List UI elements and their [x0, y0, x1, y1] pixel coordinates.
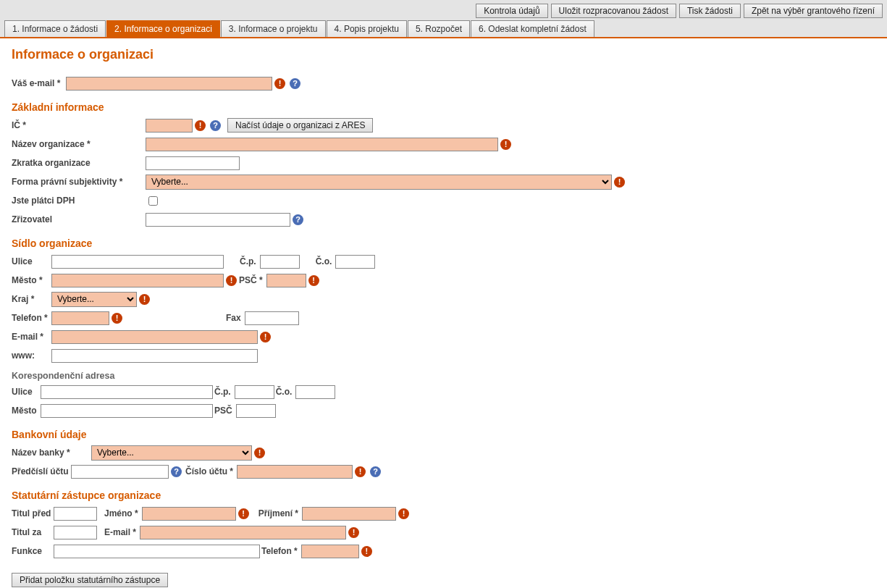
corr-heading: Korespondenční adresa — [12, 371, 875, 381]
error-icon: ! — [139, 294, 150, 305]
help-icon[interactable]: ? — [210, 120, 221, 131]
co-input[interactable] — [335, 255, 375, 269]
rep-phone-input[interactable] — [301, 545, 359, 558]
bankname-label: Název banky * — [12, 448, 91, 458]
tab-4[interactable]: 4. Popis projektu — [327, 20, 407, 37]
bankname-select[interactable]: Vyberte... — [91, 445, 252, 461]
legalform-select[interactable]: Vyberte... — [146, 175, 612, 190]
bank-heading: Bankovní údaje — [12, 429, 875, 440]
role-input[interactable] — [54, 545, 260, 558]
error-icon: ! — [308, 275, 319, 286]
email-label: Váš e-mail * — [12, 78, 66, 88]
cp-label: Č.p. — [240, 256, 256, 266]
prefix-input[interactable] — [71, 465, 169, 479]
street-label: Ulice — [12, 256, 51, 266]
seat-email-input[interactable] — [51, 330, 258, 344]
legalform-label: Forma právní subjektivity * — [12, 177, 146, 187]
corr-street-input[interactable] — [41, 385, 213, 399]
titleafter-label: Titul za — [12, 527, 54, 537]
firstname-input[interactable] — [142, 507, 236, 521]
region-label: Kraj * — [12, 294, 51, 304]
error-icon: ! — [348, 527, 359, 538]
error-icon: ! — [238, 508, 249, 519]
error-icon: ! — [195, 120, 206, 131]
tab-2[interactable]: 2. Informace o organizaci — [106, 20, 220, 37]
www-input[interactable] — [51, 349, 258, 363]
account-input[interactable] — [237, 465, 353, 479]
ic-label: IČ * — [12, 120, 146, 130]
corr-city-input[interactable] — [41, 404, 213, 418]
error-icon: ! — [226, 275, 237, 286]
error-icon: ! — [361, 546, 372, 557]
tab-6[interactable]: 6. Odeslat kompletní žádost — [471, 20, 594, 37]
tab-3[interactable]: 3. Informace o projektu — [221, 20, 326, 37]
error-icon: ! — [355, 466, 366, 477]
lastname-label: Příjmení * — [258, 508, 298, 518]
corr-city-label: Město — [12, 406, 41, 416]
phone-input[interactable] — [51, 311, 109, 325]
ic-input[interactable] — [146, 119, 193, 133]
help-icon[interactable]: ? — [171, 466, 182, 477]
orgabbrev-label: Zkratka organizace — [12, 158, 146, 168]
corr-psc-input[interactable] — [236, 404, 276, 418]
tab-1[interactable]: 1. Informace o žádosti — [4, 20, 106, 37]
save-draft-button[interactable]: Uložit rozpracovanou žádost — [551, 4, 676, 18]
error-icon: ! — [112, 313, 122, 324]
titlebefore-label: Titul před — [12, 508, 54, 518]
titleafter-input[interactable] — [54, 526, 97, 539]
www-label: www: — [12, 350, 51, 361]
print-button[interactable]: Tisk žádosti — [679, 4, 741, 18]
email-input[interactable] — [66, 77, 272, 91]
fax-input[interactable] — [245, 311, 299, 325]
city-input[interactable] — [51, 274, 224, 287]
corr-co-input[interactable] — [295, 385, 335, 399]
psc-input[interactable] — [266, 274, 306, 287]
error-icon: ! — [614, 177, 625, 188]
orgname-label: Název organizace * — [12, 139, 146, 149]
corr-psc-label: PSČ — [214, 406, 232, 416]
error-icon: ! — [260, 332, 271, 343]
basic-heading: Základní informace — [12, 101, 875, 113]
rep-email-input[interactable] — [140, 526, 346, 539]
seat-heading: Sídlo organizace — [12, 238, 875, 249]
firstname-label: Jméno * — [104, 508, 138, 518]
rep-email-label: E-mail * — [104, 527, 136, 537]
region-select[interactable]: Vyberte... — [51, 292, 137, 307]
help-icon[interactable]: ? — [370, 466, 381, 477]
check-button[interactable]: Kontrola údajů — [476, 4, 547, 18]
founder-label: Zřizovatel — [12, 214, 146, 224]
orgname-input[interactable] — [146, 138, 498, 151]
ares-load-button[interactable]: Načíst údaje o organizaci z ARES — [227, 118, 373, 133]
rep-heading: Statutární zástupce organizace — [12, 490, 875, 501]
error-icon: ! — [398, 508, 409, 519]
street-input[interactable] — [51, 255, 224, 269]
add-rep-button[interactable]: Přidat položku statutárního zástupce — [12, 573, 168, 587]
error-icon: ! — [274, 78, 285, 89]
vat-checkbox[interactable] — [148, 196, 158, 206]
phone-label: Telefon * — [12, 313, 51, 323]
account-label: Číslo účtu * — [185, 466, 233, 476]
help-icon[interactable]: ? — [290, 78, 300, 89]
vat-label: Jste plátci DPH — [12, 196, 146, 206]
lastname-input[interactable] — [302, 507, 396, 521]
titlebefore-input[interactable] — [54, 507, 97, 521]
psc-label: PSČ * — [239, 275, 263, 285]
cp-input[interactable] — [260, 255, 300, 269]
city-label: Město * — [12, 275, 51, 285]
error-icon: ! — [254, 448, 265, 458]
help-icon[interactable]: ? — [293, 214, 303, 225]
orgabbrev-input[interactable] — [146, 156, 240, 170]
back-button[interactable]: Zpět na výběr grantového řízení — [744, 4, 883, 18]
error-icon: ! — [500, 139, 511, 150]
fax-label: Fax — [226, 313, 241, 323]
role-label: Funkce — [12, 546, 54, 556]
corr-street-label: Ulice — [12, 387, 41, 397]
page-title: Informace o organizaci — [12, 47, 875, 62]
co-label: Č.o. — [316, 256, 332, 266]
rep-phone-label: Telefon * — [261, 546, 298, 556]
seat-email-label: E-mail * — [12, 332, 51, 342]
corr-co-label: Č.o. — [276, 387, 293, 397]
founder-input[interactable] — [146, 213, 290, 227]
tab-5[interactable]: 5. Rozpočet — [408, 20, 470, 37]
corr-cp-input[interactable] — [235, 385, 274, 399]
